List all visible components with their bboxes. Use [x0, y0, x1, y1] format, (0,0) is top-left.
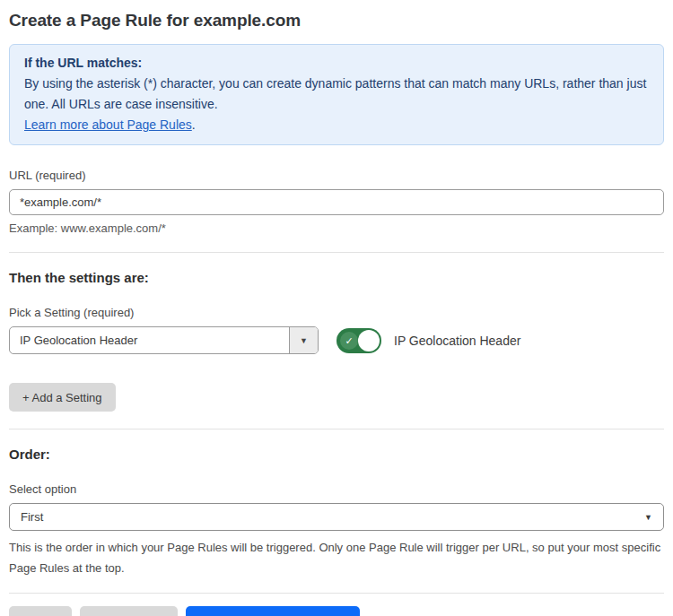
divider	[9, 429, 664, 429]
order-select-value: First	[21, 510, 43, 524]
chevron-down-icon: ▼	[644, 513, 652, 522]
setting-select[interactable]: IP Geolocation Header ▼	[9, 326, 319, 354]
ip-geolocation-toggle[interactable]: ✓	[336, 328, 381, 353]
url-field-label: URL (required)	[9, 169, 664, 182]
setting-toggle-group: ✓ IP Geolocation Header	[336, 328, 520, 353]
footer-button-row: Cancel Save as Draft Save and Deploy Pag…	[9, 606, 664, 616]
url-input[interactable]	[9, 189, 664, 215]
pick-setting-label: Pick a Setting (required)	[9, 306, 664, 319]
cancel-button[interactable]: Cancel	[9, 606, 72, 616]
learn-more-link[interactable]: Learn more about Page Rules	[24, 117, 192, 132]
setting-select-arrow-button[interactable]: ▼	[289, 327, 318, 353]
link-suffix-period: .	[192, 117, 196, 132]
setting-select-value: IP Geolocation Header	[10, 327, 289, 353]
info-box-link-line: Learn more about Page Rules.	[24, 115, 649, 135]
check-icon: ✓	[340, 332, 358, 350]
order-select-label: Select option	[9, 482, 664, 496]
info-box-body: By using the asterisk (*) character, you…	[24, 74, 649, 115]
url-match-info-box: If the URL matches: By using the asteris…	[9, 44, 664, 145]
add-setting-button[interactable]: + Add a Setting	[9, 383, 116, 412]
settings-section-heading: Then the settings are:	[9, 270, 664, 285]
divider	[9, 593, 664, 594]
toggle-label: IP Geolocation Header	[394, 334, 520, 348]
create-page-rule-form: Create a Page Rule for example.com If th…	[0, 0, 673, 616]
page-title: Create a Page Rule for example.com	[9, 11, 664, 30]
toggle-knob	[358, 330, 380, 351]
url-example-hint: Example: www.example.com/*	[9, 221, 664, 235]
order-section-heading: Order:	[9, 447, 664, 462]
chevron-down-icon: ▼	[300, 336, 308, 345]
order-select[interactable]: First ▼	[9, 503, 664, 531]
save-as-draft-button[interactable]: Save as Draft	[80, 606, 178, 616]
order-help-text: This is the order in which your Page Rul…	[9, 537, 664, 578]
divider	[9, 252, 664, 253]
setting-row: IP Geolocation Header ▼ ✓ IP Geolocation…	[9, 326, 664, 354]
save-and-deploy-button[interactable]: Save and Deploy Page Rule	[186, 606, 359, 616]
info-box-heading: If the URL matches:	[24, 53, 649, 74]
